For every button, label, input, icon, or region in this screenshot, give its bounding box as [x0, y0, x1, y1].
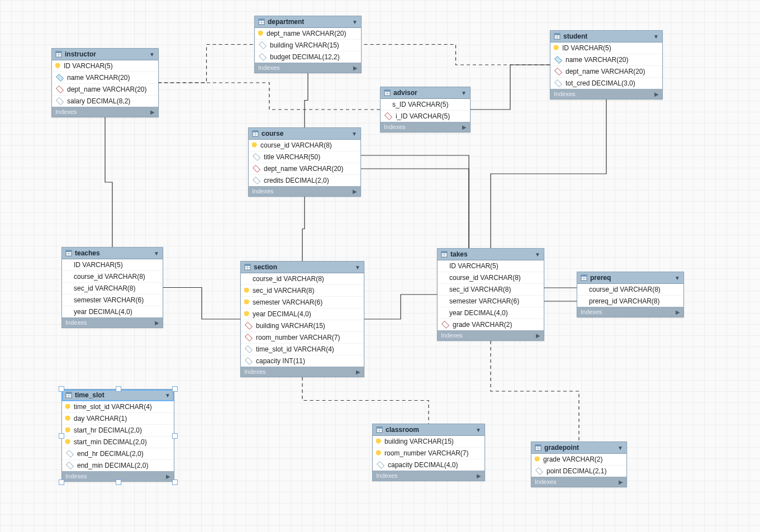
table-takes[interactable]: takes▼ID VARCHAR(5)course_id VARCHAR(8)s… [437, 248, 544, 341]
column-row[interactable]: day VARCHAR(1) [62, 413, 174, 425]
column-row[interactable]: end_min DECIMAL(2,0) [62, 460, 174, 471]
expand-icon[interactable]: ▶ [477, 473, 481, 479]
indexes-section[interactable]: Indexes▶ [577, 307, 683, 317]
column-row[interactable]: course_id VARCHAR(8) [438, 272, 544, 284]
indexes-section[interactable]: Indexes▶ [255, 63, 361, 73]
column-row[interactable]: salary DECIMAL(8,2) [52, 96, 158, 107]
column-row[interactable]: grade VARCHAR(2) [531, 454, 626, 466]
indexes-section[interactable]: Indexes▶ [381, 122, 470, 132]
expand-icon[interactable]: ▶ [150, 109, 155, 115]
indexes-section[interactable]: Indexes▶ [52, 107, 158, 117]
column-row[interactable]: course_id VARCHAR(8) [249, 140, 360, 151]
column-row[interactable]: semester VARCHAR(6) [62, 294, 163, 306]
collapse-icon[interactable]: ▼ [461, 90, 467, 96]
table-section[interactable]: section▼course_id VARCHAR(8)sec_id VARCH… [240, 261, 364, 377]
expand-icon[interactable]: ▶ [353, 188, 357, 194]
column-row[interactable]: ID VARCHAR(5) [438, 260, 544, 272]
table-header[interactable]: teaches▼ [62, 248, 163, 259]
indexes-section[interactable]: Indexes▶ [550, 89, 662, 99]
expand-icon[interactable]: ▶ [536, 332, 540, 339]
indexes-section[interactable]: Indexes▶ [373, 471, 484, 481]
table-header[interactable]: instructor▼ [52, 49, 158, 60]
collapse-icon[interactable]: ▼ [352, 19, 358, 25]
table-prereq[interactable]: prereq▼course_id VARCHAR(8)prereq_id VAR… [577, 272, 684, 317]
column-row[interactable]: time_slot_id VARCHAR(4) [62, 401, 174, 413]
collapse-icon[interactable]: ▼ [352, 131, 357, 137]
column-row[interactable]: dept_name VARCHAR(20) [249, 163, 360, 175]
column-row[interactable]: name VARCHAR(20) [52, 72, 158, 84]
expand-icon[interactable]: ▶ [676, 309, 680, 315]
collapse-icon[interactable]: ▼ [476, 427, 481, 433]
column-row[interactable]: dept_name VARCHAR(20) [255, 28, 361, 40]
column-row[interactable]: name VARCHAR(20) [550, 54, 662, 66]
column-row[interactable]: start_hr DECIMAL(2,0) [62, 425, 174, 436]
column-row[interactable]: end_hr DECIMAL(2,0) [62, 448, 174, 460]
expand-icon[interactable]: ▶ [619, 479, 623, 485]
column-row[interactable]: dept_name VARCHAR(20) [550, 66, 662, 78]
diagram-canvas[interactable]: instructor▼ID VARCHAR(5)name VARCHAR(20)… [0, 0, 760, 532]
table-header[interactable]: section▼ [241, 262, 364, 273]
column-row[interactable]: course_id VARCHAR(8) [241, 273, 364, 285]
column-row[interactable]: grade VARCHAR(2) [438, 319, 544, 330]
collapse-icon[interactable]: ▼ [535, 251, 540, 258]
column-row[interactable]: year DECIMAL(4,0) [62, 306, 163, 317]
expand-icon[interactable]: ▶ [353, 65, 358, 71]
column-row[interactable]: capacity DECIMAL(4,0) [373, 459, 484, 471]
column-row[interactable]: credits DECIMAL(2,0) [249, 175, 360, 186]
table-advisor[interactable]: advisor▼s_ID VARCHAR(5)i_ID VARCHAR(5)In… [380, 87, 471, 132]
column-row[interactable]: course_id VARCHAR(8) [577, 284, 683, 296]
collapse-icon[interactable]: ▼ [355, 264, 360, 270]
expand-icon[interactable]: ▶ [166, 473, 170, 479]
column-row[interactable]: building VARCHAR(15) [373, 436, 484, 448]
column-row[interactable]: title VARCHAR(50) [249, 151, 360, 163]
indexes-section[interactable]: Indexes▶ [62, 317, 163, 327]
collapse-icon[interactable]: ▼ [653, 34, 659, 40]
collapse-icon[interactable]: ▼ [154, 250, 159, 256]
collapse-icon[interactable]: ▼ [618, 445, 623, 451]
column-row[interactable]: building VARCHAR(15) [241, 320, 364, 332]
column-row[interactable]: ID VARCHAR(5) [62, 259, 163, 271]
column-row[interactable]: dept_name VARCHAR(20) [52, 84, 158, 96]
column-row[interactable]: ID VARCHAR(5) [550, 42, 662, 54]
column-row[interactable]: budget DECIMAL(12,2) [255, 51, 361, 63]
table-header[interactable]: gradepoint▼ [531, 442, 626, 454]
column-row[interactable]: room_number VARCHAR(7) [373, 448, 484, 459]
column-row[interactable]: tot_cred DECIMAL(3,0) [550, 78, 662, 89]
table-header[interactable]: department▼ [255, 16, 361, 28]
column-row[interactable]: sec_id VARCHAR(8) [438, 284, 544, 296]
column-row[interactable]: prereq_id VARCHAR(8) [577, 296, 683, 307]
table-department[interactable]: department▼dept_name VARCHAR(20)building… [254, 16, 362, 73]
indexes-section[interactable]: Indexes▶ [241, 367, 364, 377]
column-row[interactable]: building VARCHAR(15) [255, 40, 361, 51]
column-row[interactable]: sec_id VARCHAR(8) [62, 283, 163, 294]
indexes-section[interactable]: Indexes▶ [531, 477, 626, 487]
indexes-section[interactable]: Indexes▶ [249, 186, 360, 196]
column-row[interactable]: room_number VARCHAR(7) [241, 332, 364, 344]
table-gradepoint[interactable]: gradepoint▼grade VARCHAR(2)point DECIMAL… [531, 441, 627, 487]
table-classroom[interactable]: classroom▼building VARCHAR(15)room_numbe… [372, 424, 485, 481]
table-header[interactable]: course▼ [249, 128, 360, 140]
table-header[interactable]: advisor▼ [381, 87, 470, 99]
table-time_slot[interactable]: time_slot▼time_slot_id VARCHAR(4)day VAR… [61, 389, 174, 482]
expand-icon[interactable]: ▶ [654, 91, 659, 97]
table-header[interactable]: student▼ [550, 31, 662, 42]
column-row[interactable]: semester VARCHAR(6) [241, 297, 364, 308]
collapse-icon[interactable]: ▼ [165, 392, 170, 398]
table-student[interactable]: student▼ID VARCHAR(5)name VARCHAR(20)dep… [550, 30, 663, 99]
column-row[interactable]: semester VARCHAR(6) [438, 296, 544, 307]
column-row[interactable]: capacity INT(11) [241, 355, 364, 367]
column-row[interactable]: ID VARCHAR(5) [52, 60, 158, 72]
table-header[interactable]: takes▼ [438, 249, 544, 260]
column-row[interactable]: point DECIMAL(2,1) [531, 466, 626, 477]
expand-icon[interactable]: ▶ [462, 124, 467, 130]
table-header[interactable]: time_slot▼ [62, 390, 174, 401]
expand-icon[interactable]: ▶ [155, 320, 159, 326]
column-row[interactable]: start_min DECIMAL(2,0) [62, 436, 174, 448]
column-row[interactable]: year DECIMAL(4,0) [438, 307, 544, 319]
table-course[interactable]: course▼course_id VARCHAR(8)title VARCHAR… [248, 127, 361, 197]
column-row[interactable]: time_slot_id VARCHAR(4) [241, 344, 364, 355]
collapse-icon[interactable]: ▼ [149, 51, 155, 58]
expand-icon[interactable]: ▶ [356, 369, 360, 375]
column-row[interactable]: year DECIMAL(4,0) [241, 308, 364, 320]
column-row[interactable]: sec_id VARCHAR(8) [241, 285, 364, 297]
